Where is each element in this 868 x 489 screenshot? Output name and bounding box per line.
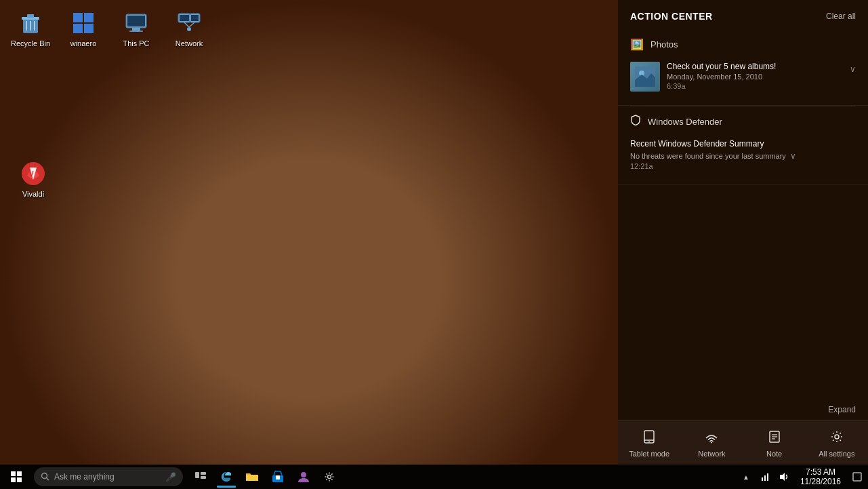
store-button[interactable] xyxy=(266,465,290,489)
svg-rect-38 xyxy=(17,477,22,482)
notifications-list: 🖼️ Photos Check out your 5 new albums! M… xyxy=(618,30,868,399)
note-button[interactable]: Note xyxy=(743,420,806,465)
expand-button[interactable]: Expand xyxy=(828,405,856,414)
action-center-header: ACTION CENTER Clear all xyxy=(618,0,868,30)
svg-line-19 xyxy=(184,22,189,27)
svg-rect-26 xyxy=(644,431,654,443)
defender-expand-icon[interactable]: ∨ xyxy=(790,151,796,161)
defender-notif-subtitle: No threats were found since your last su… xyxy=(630,152,786,160)
vivaldi-label: Vivaldi xyxy=(22,190,44,199)
clear-all-button[interactable]: Clear all xyxy=(826,12,856,21)
file-explorer-icon xyxy=(246,471,258,482)
clock-display[interactable]: 7:53 AM 11/28/2016 xyxy=(795,465,846,489)
start-button[interactable] xyxy=(0,465,33,489)
svg-rect-13 xyxy=(129,31,143,32)
defender-notif-subtitle-row: No threats were found since your last su… xyxy=(630,151,856,161)
svg-rect-35 xyxy=(11,471,16,476)
defender-notif-time: 12:21a xyxy=(630,162,856,170)
recycle-bin-icon xyxy=(17,9,44,37)
defender-notification-content[interactable]: Recent Windows Defender Summary No threa… xyxy=(618,134,868,176)
svg-point-29 xyxy=(711,442,712,444)
photos-notification-section: 🖼️ Photos Check out your 5 new albums! M… xyxy=(618,30,868,106)
winaero-icon xyxy=(70,9,97,37)
photos-app-title: Photos xyxy=(650,39,678,50)
task-view-icon xyxy=(195,472,206,482)
tablet-mode-button[interactable]: Tablet mode xyxy=(618,420,680,465)
store-icon xyxy=(272,471,284,483)
this-pc-icon xyxy=(123,9,150,37)
desktop-icon-winaero[interactable]: winaero xyxy=(58,5,108,52)
svg-point-47 xyxy=(301,472,306,477)
desktop-icon-network[interactable]: Network xyxy=(164,5,214,52)
volume-icon[interactable] xyxy=(776,465,792,489)
desktop-icons-container: Recycle Bin winaero xyxy=(0,0,220,58)
svg-rect-42 xyxy=(201,472,206,475)
defender-notif-title: Recent Windows Defender Summary xyxy=(630,139,856,149)
svg-rect-46 xyxy=(276,475,280,480)
svg-text:V: V xyxy=(29,170,34,178)
search-bar[interactable]: Ask me anything 🎤 xyxy=(34,467,183,486)
svg-line-40 xyxy=(47,478,49,481)
desktop-icon-this-pc[interactable]: This PC xyxy=(111,5,161,52)
svg-rect-15 xyxy=(180,15,189,21)
settings-icon xyxy=(324,471,335,482)
clock-date: 11/28/2016 xyxy=(800,477,841,486)
svg-rect-43 xyxy=(201,476,206,479)
system-tray: ▲ xyxy=(735,465,795,489)
network-tray-svg xyxy=(760,472,770,482)
network-quick-button[interactable]: Network xyxy=(680,420,743,465)
svg-rect-12 xyxy=(132,28,140,31)
network-desktop-icon xyxy=(175,9,203,37)
svg-rect-6 xyxy=(73,13,83,22)
all-settings-icon xyxy=(830,430,844,446)
photos-expand-icon[interactable]: ∨ xyxy=(850,64,856,74)
settings-taskbar-button[interactable] xyxy=(317,465,342,489)
taskbar-pinned-apps xyxy=(188,465,342,489)
defender-notification-section: Windows Defender Recent Windows Defender… xyxy=(618,106,868,184)
desktop-background xyxy=(0,0,618,465)
microphone-icon[interactable]: 🎤 xyxy=(165,472,176,482)
network-quick-icon xyxy=(705,430,718,446)
defender-section-header: Windows Defender xyxy=(618,115,868,134)
svg-rect-44 xyxy=(246,475,258,481)
file-explorer-button[interactable] xyxy=(240,465,264,489)
svg-line-20 xyxy=(189,22,194,27)
photos-notif-subtitle: Monday, November 15, 2010 xyxy=(667,73,843,81)
svg-marker-52 xyxy=(780,473,785,481)
note-icon xyxy=(768,430,781,446)
clock-time: 7:53 AM xyxy=(806,467,835,477)
note-label: Note xyxy=(766,450,782,458)
notification-center-button[interactable] xyxy=(846,465,868,489)
volume-svg xyxy=(779,472,789,482)
network-tray-icon[interactable] xyxy=(757,465,773,489)
photos-notification-item[interactable]: Check out your 5 new albums! Monday, Nov… xyxy=(618,56,868,97)
svg-rect-53 xyxy=(853,473,861,481)
people-icon xyxy=(297,471,310,483)
svg-rect-37 xyxy=(11,477,16,482)
photos-notif-content: Check out your 5 new albums! Monday, Nov… xyxy=(667,62,843,90)
desktop-icon-recycle-bin[interactable]: Recycle Bin xyxy=(5,5,56,52)
defender-app-title: Windows Defender xyxy=(648,117,722,127)
network-label: Network xyxy=(175,39,203,48)
people-button[interactable] xyxy=(291,465,316,489)
photos-section-header: 🖼️ Photos xyxy=(618,38,868,56)
photos-thumbnail xyxy=(630,62,660,92)
svg-point-18 xyxy=(187,27,191,31)
taskbar-right-area: ▲ 7:53 AM 11/28/2016 xyxy=(735,465,868,489)
recycle-bin-label: Recycle Bin xyxy=(11,39,50,48)
tray-expand-button[interactable]: ▲ xyxy=(738,465,754,489)
desktop: Recycle Bin winaero xyxy=(0,0,618,465)
task-view-button[interactable] xyxy=(188,465,213,489)
svg-rect-49 xyxy=(762,477,763,481)
desktop-icon-vivaldi[interactable]: V Vivaldi xyxy=(8,156,58,203)
svg-rect-36 xyxy=(17,471,22,476)
svg-rect-50 xyxy=(764,475,766,481)
tablet-mode-label: Tablet mode xyxy=(629,450,669,458)
svg-rect-2 xyxy=(27,14,34,18)
all-settings-button[interactable]: All settings xyxy=(806,420,868,465)
vivaldi-icon: V xyxy=(20,160,47,187)
edge-taskbar-button[interactable] xyxy=(214,465,239,489)
all-settings-label: All settings xyxy=(819,450,854,458)
photos-notif-title: Check out your 5 new albums! xyxy=(667,62,843,71)
this-pc-label: This PC xyxy=(123,39,149,48)
